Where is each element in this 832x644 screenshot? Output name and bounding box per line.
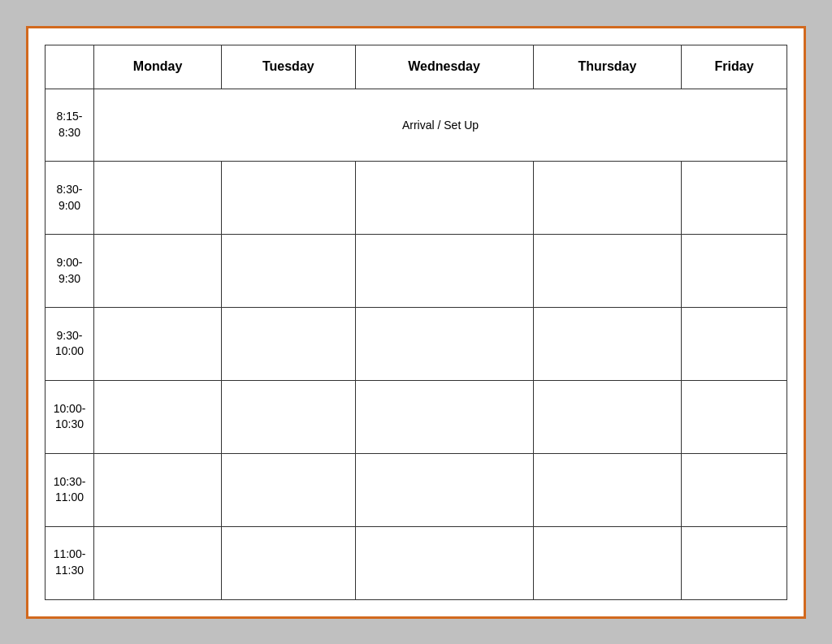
schedule-table: Monday Tuesday Wednesday Thursday Friday…: [45, 45, 787, 600]
day-cell: [682, 453, 787, 526]
day-cell: [94, 453, 222, 526]
table-row: 11:00- 11:30: [46, 526, 787, 599]
day-cell: [355, 380, 533, 453]
day-cell: [682, 308, 787, 381]
day-cell: [94, 162, 222, 235]
table-row: 9:00- 9:30: [46, 235, 787, 308]
time-cell: 10:30- 11:00: [46, 453, 94, 526]
day-cell: [533, 308, 682, 381]
table-row: 10:00- 10:30: [46, 380, 787, 453]
arrival-cell: Arrival / Set Up: [94, 89, 787, 162]
day-cell: [682, 235, 787, 308]
day-cell: [222, 526, 355, 599]
header-thursday: Thursday: [533, 45, 682, 89]
time-cell: 8:30- 9:00: [46, 162, 94, 235]
day-cell: [533, 526, 682, 599]
table-row: 10:30- 11:00: [46, 453, 787, 526]
day-cell: [533, 380, 682, 453]
time-cell: 8:15- 8:30: [46, 89, 94, 162]
day-cell: [222, 235, 355, 308]
day-cell: [222, 162, 355, 235]
header-wednesday: Wednesday: [355, 45, 533, 89]
day-cell: [533, 453, 682, 526]
day-cell: [222, 308, 355, 381]
time-cell: 11:00- 11:30: [46, 526, 94, 599]
header-tuesday: Tuesday: [222, 45, 355, 89]
page: Monday Tuesday Wednesday Thursday Friday…: [26, 26, 806, 619]
day-cell: [94, 308, 222, 381]
table-row: 8:15- 8:30Arrival / Set Up: [46, 89, 787, 162]
day-cell: [355, 453, 533, 526]
day-cell: [682, 526, 787, 599]
day-cell: [533, 162, 682, 235]
time-cell: 10:00- 10:30: [46, 380, 94, 453]
day-cell: [355, 235, 533, 308]
header-row: Monday Tuesday Wednesday Thursday Friday: [46, 45, 787, 89]
table-row: 8:30- 9:00: [46, 162, 787, 235]
time-cell: 9:00- 9:30: [46, 235, 94, 308]
time-cell: 9:30- 10:00: [46, 308, 94, 381]
day-cell: [682, 162, 787, 235]
day-cell: [533, 235, 682, 308]
day-cell: [222, 380, 355, 453]
day-cell: [682, 380, 787, 453]
day-cell: [355, 308, 533, 381]
table-row: 9:30- 10:00: [46, 308, 787, 381]
day-cell: [222, 453, 355, 526]
day-cell: [355, 162, 533, 235]
header-monday: Monday: [94, 45, 222, 89]
day-cell: [94, 380, 222, 453]
day-cell: [355, 526, 533, 599]
header-time: [46, 45, 94, 89]
day-cell: [94, 235, 222, 308]
day-cell: [94, 526, 222, 599]
header-friday: Friday: [682, 45, 787, 89]
